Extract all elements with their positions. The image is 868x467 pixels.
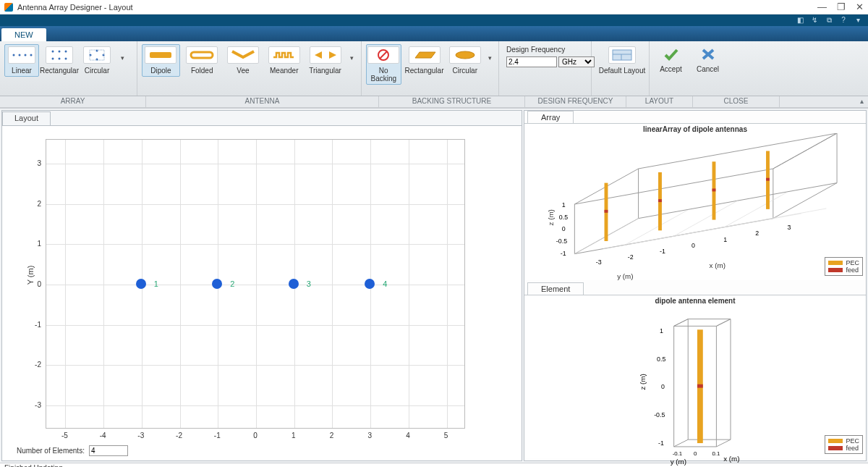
- tab-new[interactable]: NEW: [1, 28, 46, 41]
- group-freq: DESIGN FREQUENCY: [525, 96, 626, 107]
- y-tick: -3: [27, 400, 41, 408]
- status-text: Finished Updating: [4, 464, 63, 467]
- element-marker[interactable]: [365, 279, 375, 289]
- y-tick: 1: [27, 240, 41, 248]
- antenna-dipole-button[interactable]: Dipole: [142, 44, 180, 77]
- close-window-button[interactable]: ✕: [856, 1, 864, 12]
- antenna-triangular-button[interactable]: Triangular: [306, 44, 344, 77]
- svg-rect-31: [658, 199, 662, 202]
- x-tick: 4: [406, 432, 410, 439]
- svg-point-18: [456, 51, 475, 59]
- backing-none-button[interactable]: No Backing: [366, 44, 401, 85]
- antenna-folded-button[interactable]: Folded: [183, 44, 221, 77]
- svg-rect-33: [712, 188, 716, 191]
- array-rectangular-button[interactable]: Rectangular: [42, 44, 77, 77]
- array-3d-plot[interactable]: x (m) y (m) z (m) 1 0.5 0 -0.5 -1 -3-2-1…: [524, 133, 866, 290]
- svg-rect-52: [697, 384, 703, 387]
- app-logo-icon: [4, 3, 13, 12]
- svg-text:-3: -3: [596, 258, 602, 266]
- svg-text:-0.5: -0.5: [556, 237, 567, 245]
- x-tick: 0: [253, 432, 258, 439]
- svg-text:z (m): z (m): [547, 209, 555, 225]
- y-tick: 2: [27, 199, 41, 207]
- svg-text:-0.1: -0.1: [673, 450, 683, 456]
- svg-rect-29: [605, 210, 608, 213]
- array-rectangular-label: Rectangular: [40, 67, 79, 75]
- maximize-button[interactable]: ❐: [837, 1, 846, 12]
- svg-point-6: [65, 51, 67, 53]
- svg-text:0.1: 0.1: [712, 450, 720, 456]
- antenna-vee-button[interactable]: Vee: [224, 44, 263, 77]
- design-frequency-unit[interactable]: GHz: [558, 56, 595, 67]
- svg-point-4: [52, 51, 54, 53]
- svg-text:-1: -1: [561, 250, 566, 257]
- svg-point-5: [59, 51, 61, 53]
- antenna-triangular-label: Triangular: [309, 67, 341, 75]
- qa-icon-2[interactable]: ↯: [810, 16, 819, 25]
- element-marker[interactable]: [289, 279, 299, 289]
- quick-access-bar: ◧ ↯ ⧉ ? ▾: [0, 14, 868, 26]
- antenna-meander-button[interactable]: Meander: [265, 44, 303, 77]
- qa-dropdown-icon[interactable]: ▾: [854, 16, 862, 25]
- accept-button[interactable]: Accept: [654, 44, 688, 75]
- antenna-dipole-label: Dipole: [150, 67, 171, 75]
- svg-line-17: [380, 51, 387, 59]
- element-marker[interactable]: [136, 279, 146, 289]
- ribbon-group-labels: ARRAY ANTENNA BACKING STRUCTURE DESIGN F…: [0, 96, 868, 108]
- group-layout: LAYOUT: [626, 96, 693, 107]
- backing-gallery-dropdown[interactable]: ▾: [485, 54, 494, 62]
- element-plot-title: dipole antenna element: [524, 295, 866, 305]
- help-icon[interactable]: ?: [839, 16, 848, 25]
- antenna-gallery-dropdown[interactable]: ▾: [347, 54, 357, 62]
- default-layout-label: Default Layout: [599, 67, 646, 75]
- array-circular-button[interactable]: Circular: [80, 44, 114, 77]
- array-linear-button[interactable]: Linear: [4, 44, 39, 77]
- backing-rectangular-button[interactable]: Rectangular: [404, 44, 445, 77]
- backing-circular-button[interactable]: Circular: [448, 44, 483, 77]
- design-frequency-input[interactable]: [506, 56, 557, 67]
- cancel-button[interactable]: Cancel: [691, 44, 725, 75]
- minimize-button[interactable]: —: [817, 1, 827, 12]
- array-circular-label: Circular: [85, 67, 109, 75]
- element-marker[interactable]: [212, 279, 222, 289]
- layout-tab[interactable]: Layout: [2, 112, 51, 126]
- svg-text:0: 0: [694, 450, 697, 456]
- svg-text:0.5: 0.5: [559, 214, 568, 221]
- svg-point-0: [13, 54, 15, 56]
- array-gallery-dropdown[interactable]: ▾: [117, 54, 127, 62]
- cancel-icon: [699, 46, 717, 62]
- app-title: Antenna Array Designer - Layout: [17, 3, 133, 12]
- qa-icon-1[interactable]: ◧: [796, 16, 804, 25]
- num-elements-label: Number of Elements:: [17, 447, 85, 455]
- linear-array-icon: [8, 46, 35, 64]
- rectangular-array-icon: [46, 46, 73, 64]
- num-elements-input[interactable]: [89, 445, 128, 456]
- layout-chart[interactable]: -5-4-3-2-1012345 -3-2-10123 1234: [46, 139, 465, 429]
- no-backing-icon: [367, 46, 399, 64]
- ribbon-collapse-button[interactable]: ▴: [860, 97, 864, 105]
- group-backing: BACKING STRUCTURE: [379, 96, 525, 107]
- array-plot-title: linearArray of dipole antennas: [524, 124, 866, 133]
- triangular-icon: [310, 46, 341, 64]
- svg-point-1: [19, 54, 21, 56]
- backing-rect-icon: [409, 46, 441, 64]
- svg-text:-2: -2: [628, 253, 634, 261]
- svg-text:0.5: 0.5: [657, 355, 665, 363]
- qa-icon-3[interactable]: ⧉: [825, 16, 833, 25]
- folded-icon: [186, 46, 218, 64]
- svg-point-9: [65, 58, 67, 60]
- backing-rect-label: Rectangular: [405, 67, 444, 75]
- x-tick: -4: [100, 432, 106, 439]
- svg-text:1: 1: [723, 236, 727, 243]
- array-tab[interactable]: Array: [527, 111, 574, 123]
- x-tick: 5: [444, 432, 448, 439]
- backing-circ-icon: [449, 46, 481, 64]
- y-tick: -2: [27, 361, 41, 369]
- svg-point-7: [52, 58, 54, 60]
- svg-text:2: 2: [755, 230, 759, 237]
- element-3d-plot[interactable]: 1 0.5 0 -0.5 -1 z (m) x (m) y (m) -0.100…: [524, 305, 866, 467]
- element-label: 2: [230, 279, 234, 288]
- default-layout-button[interactable]: Default Layout: [596, 44, 648, 77]
- svg-text:x (m): x (m): [723, 454, 739, 462]
- element-tab[interactable]: Element: [527, 282, 584, 295]
